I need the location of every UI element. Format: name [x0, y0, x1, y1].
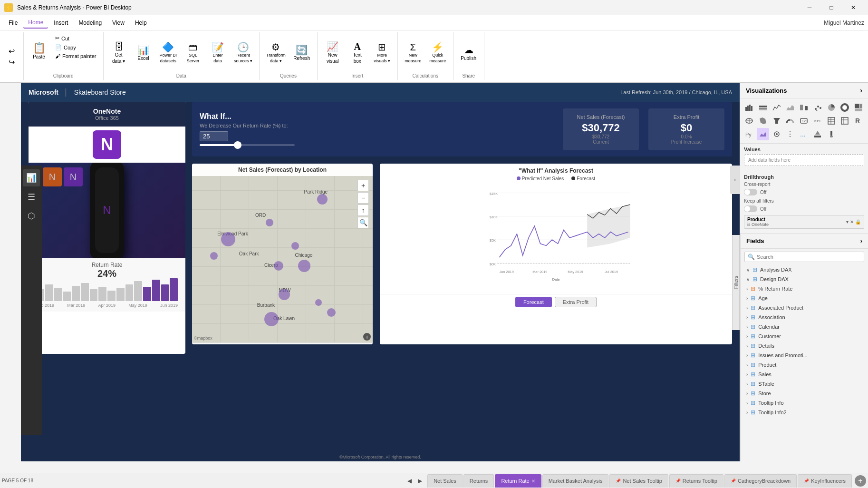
viz-kpi[interactable]: KPI	[811, 115, 824, 127]
field-sales[interactable]: › ⊞ Sales	[741, 370, 868, 379]
menu-view[interactable]: View	[107, 18, 129, 28]
viz-map[interactable]	[743, 115, 755, 127]
field-return-rate[interactable]: › ⊞ % Return Rate	[741, 284, 868, 293]
viz-brush-icon[interactable]	[825, 128, 838, 140]
sidebar-model-view[interactable]: ⬡	[23, 207, 40, 224]
viz-scatter[interactable]	[811, 101, 824, 114]
excel-button[interactable]: 📊 Excel	[132, 43, 155, 63]
redo-button[interactable]: ↪	[7, 57, 17, 68]
viz-table[interactable]	[825, 115, 838, 127]
keep-filters-toggle[interactable]: Off	[744, 205, 864, 212]
map-north[interactable]: ↑	[357, 205, 369, 216]
next-page-button[interactable]: ▶	[415, 476, 424, 486]
field-calendar[interactable]: › ⊞ Calendar	[741, 322, 868, 332]
tab-net-sales-tooltip[interactable]: 📌 Net Sales Tooltip	[609, 474, 668, 488]
viz-format-icon[interactable]	[811, 128, 824, 140]
sidebar-data-view[interactable]: ☰	[23, 188, 40, 205]
slider-track[interactable]	[200, 144, 295, 146]
what-if-input[interactable]	[200, 131, 228, 141]
map-zoom-out[interactable]: −	[357, 192, 369, 204]
tab-returns[interactable]: Returns	[463, 474, 494, 488]
extra-profit-button[interactable]: Extra Profit	[555, 297, 597, 307]
visualizations-expand[interactable]: ›	[860, 87, 862, 94]
collapse-panel-button[interactable]: ›	[730, 166, 740, 194]
fields-search-input[interactable]	[757, 254, 861, 260]
field-association[interactable]: › ⊞ Association	[741, 312, 868, 322]
copy-button[interactable]: 📄 Copy	[52, 43, 99, 51]
viz-donut[interactable]	[839, 101, 851, 114]
recent-sources-button[interactable]: 🕒 Recent sources ▾	[231, 40, 255, 65]
viz-funnel[interactable]	[771, 115, 783, 127]
power-bi-datasets-button[interactable]: 🔷 Power BI datasets	[157, 40, 180, 65]
viz-custom-2[interactable]: ⋮	[784, 128, 796, 140]
viz-filled-map[interactable]	[757, 115, 769, 127]
field-associated-product[interactable]: › ⊞ Associated Product	[741, 303, 868, 312]
viz-line-chart[interactable]	[771, 101, 783, 114]
viz-filled-map-2[interactable]	[757, 128, 769, 140]
viz-custom-3[interactable]: ...	[798, 128, 810, 140]
viz-pie-chart[interactable]	[825, 101, 838, 114]
field-tooltip-info2[interactable]: › ⊞ Tooltip Info2	[741, 408, 868, 417]
publish-button[interactable]: ☁ Publish	[457, 43, 480, 63]
field-stable[interactable]: › ⊞ STable	[741, 379, 868, 389]
transform-data-button[interactable]: ⚙ Transform data ▾	[263, 40, 289, 65]
title-bar-controls[interactable]: ─ □ ✕	[799, 0, 864, 15]
undo-button[interactable]: ↩	[7, 46, 17, 57]
new-measure-button[interactable]: Σ New measure	[402, 40, 424, 65]
paste-button[interactable]: 📋 Paste	[28, 34, 50, 68]
tab-net-sales[interactable]: Net Sales	[427, 474, 463, 488]
map-search[interactable]: 🔍	[357, 217, 369, 228]
filter-chip-lock[interactable]: 🔒	[855, 219, 861, 224]
sql-server-button[interactable]: 🗃 SQL Server	[182, 40, 204, 65]
field-tooltip-info[interactable]: › ⊞ Tooltip Info	[741, 398, 868, 408]
viz-gauge[interactable]	[784, 115, 796, 127]
new-visual-button[interactable]: 📈 New visual	[321, 40, 344, 66]
field-product[interactable]: › ⊞ Product	[741, 360, 868, 370]
viz-py-visual[interactable]: Py	[743, 128, 755, 140]
keep-filters-switch[interactable]	[744, 205, 757, 212]
filter-chip-dropdown[interactable]: ▾	[846, 219, 849, 224]
format-painter-button[interactable]: 🖌 Format painter	[52, 52, 99, 60]
forecast-button[interactable]: Forecast	[515, 297, 552, 307]
slider-thumb[interactable]	[234, 141, 241, 149]
viz-stacked-bar[interactable]	[757, 101, 769, 114]
field-issues[interactable]: › ⊞ Issues and Promoti...	[741, 351, 868, 360]
tab-market-basket[interactable]: Market Basket Analysis	[542, 474, 609, 488]
values-drop-zone[interactable]: Add data fields here	[744, 154, 864, 166]
filters-sidebar[interactable]: Filters	[732, 235, 740, 330]
text-box-button[interactable]: A Text box	[346, 40, 369, 66]
menu-help[interactable]: Help	[130, 18, 152, 28]
menu-home[interactable]: Home	[23, 17, 48, 29]
sidebar-report-view[interactable]: 📊	[23, 169, 40, 186]
cut-button[interactable]: ✂ Cut	[52, 34, 99, 42]
prev-page-button[interactable]: ◀	[405, 476, 414, 486]
viz-card[interactable]: 123	[798, 115, 810, 127]
viz-area-chart[interactable]	[784, 101, 796, 114]
viz-ribbon-chart[interactable]	[798, 101, 810, 114]
tab-return-rate-close[interactable]: ✕	[531, 478, 535, 484]
menu-insert[interactable]: Insert	[49, 18, 73, 28]
close-button[interactable]: ✕	[842, 0, 864, 15]
tab-key-influencers[interactable]: 📌 KeyInfluencers	[798, 474, 852, 488]
get-data-button[interactable]: 🗄 Get data ▾	[107, 40, 130, 66]
tab-returns-tooltip[interactable]: 📌 Returns Tooltip	[669, 474, 723, 488]
field-analysis-dax[interactable]: ∨ ⊞ Analysis DAX	[741, 265, 868, 274]
viz-treemap[interactable]	[852, 101, 865, 114]
viz-bar-chart[interactable]	[743, 101, 755, 114]
field-customer[interactable]: › ⊞ Customer	[741, 332, 868, 341]
field-design-dax[interactable]: ∨ ⊞ Design DAX	[741, 274, 868, 284]
refresh-button[interactable]: 🔄 Refresh	[290, 43, 313, 63]
cross-report-switch[interactable]	[744, 189, 757, 195]
map-zoom-in[interactable]: +	[357, 180, 369, 191]
menu-file[interactable]: File	[4, 18, 22, 28]
minimize-button[interactable]: ─	[799, 0, 820, 15]
tab-return-rate[interactable]: Return Rate ✕	[495, 474, 541, 488]
field-details[interactable]: › ⊞ Details	[741, 341, 868, 351]
filter-chip-remove[interactable]: ✕	[850, 219, 854, 224]
viz-custom-1[interactable]	[771, 128, 783, 140]
map-info-button[interactable]: i	[363, 333, 371, 341]
add-tab-button[interactable]: +	[855, 475, 866, 487]
field-store[interactable]: › ⊞ Store	[741, 389, 868, 398]
tab-category-breakdown[interactable]: 📌 CathegoryBreackdown	[724, 474, 797, 488]
cross-report-toggle[interactable]: Off	[744, 189, 864, 195]
